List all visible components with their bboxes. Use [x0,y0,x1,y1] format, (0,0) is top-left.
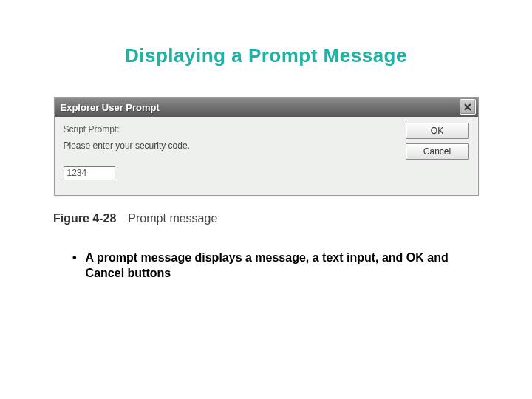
ok-button[interactable]: OK [406,123,469,139]
close-icon [463,103,472,112]
bullet-item: • A prompt message displays a message, a… [72,250,471,282]
prompt-input[interactable] [64,166,115,180]
dialog-titlebar: Explorer User Prompt [55,98,478,117]
figure-caption: Figure 4-28Prompt message [53,212,532,225]
figure-number: Figure 4-28 [53,212,116,225]
dialog-title: Explorer User Prompt [61,102,160,113]
dialog-body: Script Prompt: Please enter your securit… [55,117,478,195]
bullet-marker: • [72,250,77,282]
close-button[interactable] [460,99,476,115]
slide: Displaying a Prompt Message Explorer Use… [0,44,532,399]
input-wrap [64,166,469,180]
bullet-text: A prompt message displays a message, a t… [86,250,471,282]
dialog-buttons: OK Cancel [406,123,469,160]
dialog-screenshot: Explorer User Prompt Script Prompt: Plea… [54,97,479,196]
figure-text: Prompt message [128,212,217,225]
cancel-button[interactable]: Cancel [406,143,469,160]
prompt-dialog: Explorer User Prompt Script Prompt: Plea… [54,97,479,196]
slide-title: Displaying a Prompt Message [0,44,532,67]
